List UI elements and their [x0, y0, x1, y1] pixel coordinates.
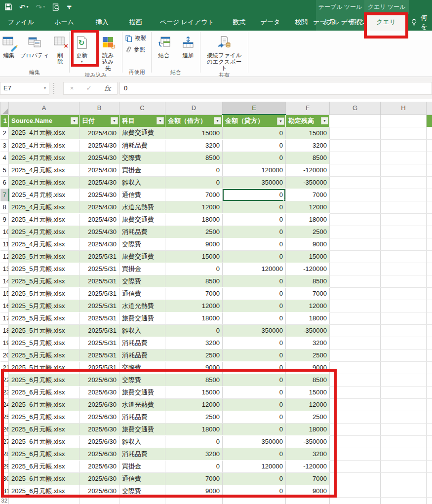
cell-C5[interactable]: 買掛金 — [119, 164, 165, 176]
cell-F8[interactable]: 12000 — [286, 201, 330, 213]
cell-B4[interactable]: 2025/4/30 — [79, 152, 119, 164]
row-header-20[interactable]: 20 — [0, 349, 9, 361]
cell-B14[interactable]: 2025/5/31 — [79, 275, 119, 287]
cell-F19[interactable]: 3200 — [286, 337, 330, 349]
cell-D7[interactable]: 7000 — [165, 189, 223, 201]
cell[interactable] — [381, 300, 427, 312]
row-header-2[interactable]: 2 — [0, 127, 9, 139]
cell-F12[interactable]: 15000 — [286, 250, 330, 263]
filter-button[interactable]: ▼ — [277, 117, 284, 125]
duplicate-button[interactable]: 複製 — [125, 35, 148, 42]
cell-C10[interactable]: 消耗品費 — [119, 226, 165, 238]
cell[interactable] — [330, 300, 381, 312]
cell[interactable] — [330, 398, 381, 411]
cell-E4[interactable]: 0 — [223, 152, 286, 164]
properties-button[interactable]: プロパティ — [19, 33, 51, 59]
cell-D8[interactable]: 12000 — [165, 201, 223, 213]
cell-E12[interactable]: 0 — [223, 250, 286, 263]
table-column-header[interactable]: Source.Name▼ — [9, 115, 79, 127]
cell-D12[interactable]: 15000 — [165, 250, 223, 263]
tab-draw[interactable]: 描画 — [122, 14, 149, 31]
column-header-D[interactable]: D — [165, 102, 223, 115]
row-header-4[interactable]: 4 — [0, 152, 9, 164]
cell-C19[interactable]: 消耗品費 — [119, 337, 165, 349]
cell-E16[interactable]: 0 — [223, 300, 286, 312]
cell-A8[interactable]: 2025_4月元帳.xlsx — [9, 201, 79, 213]
cell-F13[interactable]: -120000 — [286, 263, 330, 275]
cell-D20[interactable]: 2500 — [165, 349, 223, 361]
row-header-6[interactable]: 6 — [0, 176, 9, 189]
cell-E17[interactable]: 0 — [223, 312, 286, 324]
cell-D6[interactable]: 0 — [165, 176, 223, 189]
cell[interactable] — [381, 312, 427, 324]
cell[interactable] — [381, 250, 427, 263]
cell-C15[interactable]: 通信費 — [119, 287, 165, 300]
cell-B18[interactable]: 2025/5/31 — [79, 324, 119, 337]
cell[interactable] — [381, 485, 427, 497]
cell-A5[interactable]: 2025_4月元帳.xlsx — [9, 164, 79, 176]
cell-E14[interactable]: 0 — [223, 275, 286, 287]
cell[interactable] — [381, 337, 427, 349]
cell[interactable] — [330, 275, 381, 287]
cell-B16[interactable]: 2025/5/31 — [79, 300, 119, 312]
reference-button[interactable]: 参照 — [125, 46, 148, 53]
cell[interactable] — [381, 411, 427, 423]
cell-C2[interactable]: 旅費交通費 — [119, 127, 165, 139]
cell[interactable] — [330, 250, 381, 263]
cell-B11[interactable]: 2025/4/30 — [79, 238, 119, 250]
cell[interactable] — [330, 152, 381, 164]
cell[interactable] — [381, 386, 427, 398]
cell[interactable] — [381, 287, 427, 300]
cell-F15[interactable]: 7000 — [286, 287, 330, 300]
cell-A4[interactable]: 2025_4月元帳.xlsx — [9, 152, 79, 164]
cell[interactable] — [330, 374, 381, 386]
cell[interactable] — [330, 349, 381, 361]
cell-A16[interactable]: 2025_5月元帳.xlsx — [9, 300, 79, 312]
cell-B13[interactable]: 2025/5/31 — [79, 263, 119, 275]
row-header-11[interactable]: 11 — [0, 238, 9, 250]
cell[interactable] — [330, 386, 381, 398]
column-header-F[interactable]: F — [286, 102, 330, 115]
fill-handle[interactable] — [283, 199, 286, 201]
cell-C11[interactable]: 交際費 — [119, 238, 165, 250]
row-header-9[interactable]: 9 — [0, 213, 9, 226]
cell-E11[interactable]: 0 — [223, 238, 286, 250]
cell-F5[interactable]: -120000 — [286, 164, 330, 176]
cell-F17[interactable]: 18000 — [286, 312, 330, 324]
column-header-H[interactable]: H — [381, 102, 427, 115]
cell[interactable] — [381, 263, 427, 275]
cell[interactable] — [330, 213, 381, 226]
cell[interactable] — [330, 312, 381, 324]
cell-A7[interactable]: 2025_4月元帳.xlsx — [9, 189, 79, 201]
cell[interactable] — [330, 324, 381, 337]
cell[interactable] — [330, 189, 381, 201]
cell-D16[interactable]: 12000 — [165, 300, 223, 312]
cell-A2[interactable]: 2025_4月元帳.xlsx — [9, 127, 79, 139]
cell[interactable] — [330, 287, 381, 300]
cell-F6[interactable]: -350000 — [286, 176, 330, 189]
cell-C20[interactable]: 消耗品費 — [119, 349, 165, 361]
cell[interactable] — [381, 189, 427, 201]
tab-data[interactable]: データ — [254, 14, 287, 31]
cell[interactable] — [381, 435, 427, 448]
cell[interactable] — [381, 226, 427, 238]
cell-A17[interactable]: 2025_5月元帳.xlsx — [9, 312, 79, 324]
cell-F20[interactable]: 2500 — [286, 349, 330, 361]
cell[interactable] — [330, 361, 381, 374]
cell-B5[interactable]: 2025/4/30 — [79, 164, 119, 176]
cell-A11[interactable]: 2025_4月元帳.xlsx — [9, 238, 79, 250]
merge-button[interactable]: 結合 — [156, 33, 172, 59]
cell-A6[interactable]: 2025_4月元帳.xlsx — [9, 176, 79, 189]
row-header-15[interactable]: 15 — [0, 287, 9, 300]
cell[interactable] — [381, 164, 427, 176]
table-column-header[interactable]: 日付▼ — [79, 115, 119, 127]
tab-formulas[interactable]: 数式 — [226, 14, 253, 31]
cell[interactable] — [9, 497, 79, 504]
tab-table-design[interactable]: テーブル デザイン — [316, 14, 364, 31]
cell-A14[interactable]: 2025_5月元帳.xlsx — [9, 275, 79, 287]
cell-D13[interactable]: 0 — [165, 263, 223, 275]
cell-A18[interactable]: 2025_5月元帳.xlsx — [9, 324, 79, 337]
cell-F7[interactable]: 7000 — [286, 189, 330, 201]
cell-D10[interactable]: 2500 — [165, 226, 223, 238]
cell-B6[interactable]: 2025/4/30 — [79, 176, 119, 189]
